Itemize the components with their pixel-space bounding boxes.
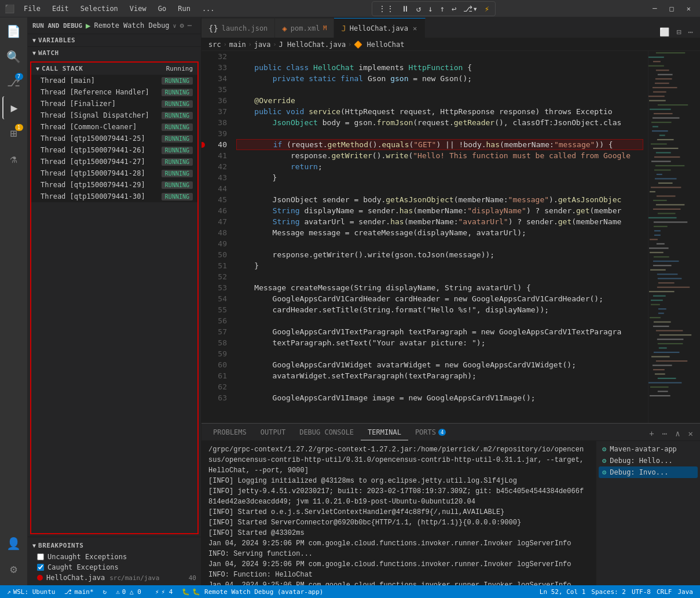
callstack-item[interactable]: Thread [Reference Handler] RUNNING (31, 86, 197, 98)
minimize-button[interactable]: ─ (648, 3, 661, 14)
breakpoints-label: BREAKPOINTS (38, 542, 83, 549)
debug-step-over-btn[interactable]: ↓ (426, 3, 435, 14)
activity-settings[interactable]: ⚙ (2, 557, 25, 581)
panel-tab-problems[interactable]: PROBLEMS (206, 424, 254, 440)
run-dots-icon[interactable]: ⋯ (188, 21, 192, 30)
status-debug-name[interactable]: 🐛 🐛 Remote Watch Debug (avatar-app) (179, 585, 325, 598)
uncaught-checkbox[interactable] (37, 553, 44, 560)
breakpoint-file-path: src/main/java (109, 574, 159, 582)
add-terminal-btn[interactable]: + (647, 428, 656, 439)
tab-close-btn[interactable]: ✕ (412, 23, 418, 34)
activity-extensions[interactable]: ⊞ 1 (2, 122, 25, 145)
debug-step-into-btn[interactable]: ↑ (438, 3, 447, 14)
menu-go[interactable]: Go (153, 3, 171, 14)
code-line (236, 84, 643, 95)
watch-section-header[interactable]: ▼ WATCH (28, 47, 201, 59)
terminal-content[interactable]: /grpc/grpc-context/1.27.2/grpc-context-1… (201, 441, 596, 585)
terminal-line: INFO: Serving function... (208, 549, 589, 559)
menu-run[interactable]: Run (173, 3, 195, 14)
variables-section-header[interactable]: ▼ VARIABLES (28, 34, 201, 46)
debug-continue-btn[interactable]: ⋮⋮ (376, 3, 397, 14)
callstack-item[interactable]: Thread [qtp1500079441-29] RUNNING (31, 179, 197, 191)
editor-layout-btn[interactable]: ⊟ (674, 26, 683, 38)
more-actions-btn[interactable]: ⋯ (686, 26, 695, 38)
maximize-button[interactable]: □ (665, 3, 679, 14)
terminal-side-item[interactable]: ⚙ Debug: Invo... (599, 466, 698, 478)
tab-launch-json[interactable]: {} launch.json (201, 18, 275, 38)
code-line: JsonObject sender = body.getAsJsonObject… (236, 194, 643, 205)
status-errors[interactable]: ⚠ 0 △ 0 (113, 585, 144, 598)
minimap (648, 51, 700, 423)
callstack-item[interactable]: Thread [qtp1500079441-27] RUNNING (31, 156, 197, 167)
tab-hellochat-java[interactable]: J HelloChat.java ✕ (334, 18, 426, 38)
run-config-arrow[interactable]: ∨ (173, 23, 177, 29)
status-debug-task[interactable]: ⚡ ⚡ 4 (153, 585, 175, 598)
activity-test[interactable]: ⚗ (2, 147, 25, 170)
line-number: 58 (201, 337, 227, 348)
status-eol[interactable]: CRLF (654, 588, 675, 596)
debug-flash-btn[interactable]: ⚡ (482, 3, 492, 14)
tab-pom-xml[interactable]: ◈ pom.xml M (275, 18, 334, 38)
status-language[interactable]: Java (676, 588, 696, 596)
breakpoint-file[interactable]: HelloChat.java src/main/java 40 (28, 573, 201, 583)
panel-tab-debug-console[interactable]: DEBUG CONSOLE (292, 424, 361, 440)
callstack-item[interactable]: Thread [qtp1500079441-26] RUNNING (31, 144, 197, 156)
activity-search[interactable]: 🔍 (2, 45, 25, 68)
status-encoding[interactable]: UTF-8 (629, 588, 653, 596)
split-editor-btn[interactable]: ⬜ (657, 26, 672, 38)
breakpoint-uncaught[interactable]: Uncaught Exceptions (28, 552, 201, 562)
menu-file[interactable]: File (19, 3, 45, 14)
run-start-btn[interactable]: ▶ (86, 21, 90, 30)
panel-tab-ports[interactable]: PORTS 4 (408, 424, 453, 440)
activity-run-debug[interactable]: ▶ (2, 96, 25, 119)
terminal-side-item[interactable]: ⚙ Maven-avatar-app (599, 443, 698, 455)
status-spaces[interactable]: Spaces: 2 (589, 588, 628, 596)
panel-close-btn[interactable]: ✕ (686, 428, 695, 439)
breakpoints-section-header[interactable]: ▼ BREAKPOINTS (28, 539, 201, 552)
callstack-item[interactable]: Thread [qtp1500079441-30] RUNNING (31, 191, 197, 202)
callstack-item[interactable]: Thread [main] RUNNING (31, 75, 197, 86)
panel-tab-output[interactable]: OUTPUT (254, 424, 292, 440)
panel-actions: + ⋯ ∧ ✕ (647, 428, 695, 440)
code-content[interactable]: public class HelloChat implements HttpFu… (232, 51, 648, 423)
callstack-item[interactable]: Thread [qtp1500079441-25] RUNNING (31, 133, 197, 144)
menu-selection[interactable]: Selection (76, 3, 123, 14)
status-wsl[interactable]: ↗ WSL: Ubuntu (5, 585, 57, 598)
terminal-side-item[interactable]: ⚙ Debug: Hello... (599, 455, 698, 466)
breadcrumb-file[interactable]: J HelloChat.java (279, 41, 346, 49)
activity-account[interactable]: 👤 (2, 532, 25, 555)
callstack-item[interactable]: Thread [Finalizer] RUNNING (31, 98, 197, 110)
debug-hot-code-btn[interactable]: ⎇▾ (461, 3, 479, 14)
menu-view[interactable]: View (125, 3, 151, 14)
breakpoint-line-number: 40 (189, 574, 196, 582)
callstack-item[interactable]: Thread [qtp1500079441-28] RUNNING (31, 167, 197, 179)
status-branch[interactable]: ⎇ main* (62, 585, 96, 598)
callstack-header[interactable]: ▼ CALL STACK Running (31, 63, 197, 75)
panel-maximize-btn[interactable]: ∧ (673, 428, 682, 439)
callstack-item[interactable]: Thread [Common-Cleaner] RUNNING (31, 121, 197, 133)
menu-edit[interactable]: Edit (47, 3, 74, 14)
close-button[interactable]: ✕ (682, 3, 695, 14)
breakpoint-caught[interactable]: Caught Exceptions (28, 562, 201, 573)
status-bar: ↗ WSL: Ubuntu ⎇ main* ↻ ⚠ 0 △ 0 ⚡ ⚡ 4 🐛 … (0, 585, 700, 598)
callstack-item[interactable]: Thread [Signal Dispatcher] RUNNING (31, 110, 197, 121)
run-gear-icon[interactable]: ⚙ (180, 21, 184, 30)
line-numbers: 3233343536373839404142434445464748495051… (201, 51, 232, 423)
tab-label-hellochat: HelloChat.java (350, 24, 408, 32)
debug-pause-btn[interactable]: ⏸ (399, 3, 412, 14)
debug-restart-btn[interactable]: ↺ (414, 3, 423, 14)
terminal-more-btn[interactable]: ⋯ (660, 428, 669, 439)
breadcrumb-sep-4: › (348, 41, 351, 48)
status-sync[interactable]: ↻ (101, 585, 109, 598)
activity-source-control[interactable]: ⎇ 7 (2, 71, 25, 94)
breadcrumb-main[interactable]: main (229, 41, 246, 49)
menu-more[interactable]: ... (197, 3, 219, 14)
debug-step-out-btn[interactable]: ↩ (449, 3, 459, 14)
panel-tab-terminal[interactable]: TERMINAL (361, 424, 408, 440)
status-position[interactable]: Ln 52, Col 1 (537, 588, 588, 596)
breadcrumb-src[interactable]: src (208, 41, 221, 49)
breadcrumb-java[interactable]: java (254, 41, 271, 49)
caught-checkbox[interactable] (37, 564, 44, 571)
breadcrumb-class[interactable]: 🔶 HelloChat (354, 41, 404, 49)
activity-explorer[interactable]: 📄 (2, 20, 25, 43)
